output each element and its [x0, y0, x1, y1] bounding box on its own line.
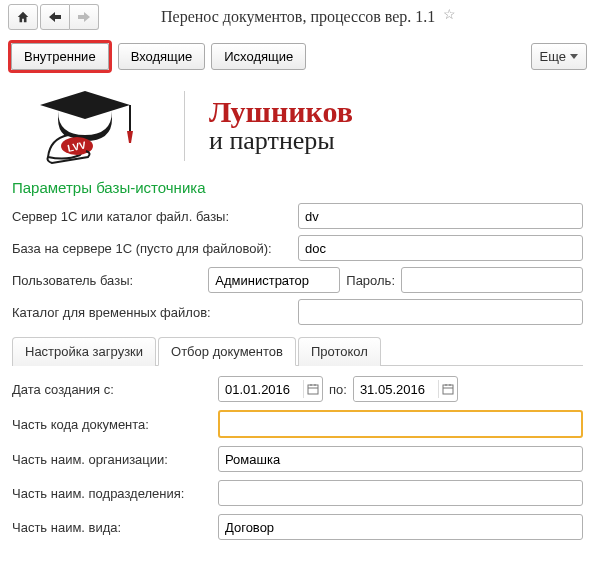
dept-input[interactable] [218, 480, 583, 506]
highlight-annotation: Внутренние [8, 40, 112, 73]
row-user: Пользователь базы: Пароль: [0, 264, 595, 296]
brand-text: Лушников и партнеры [209, 97, 353, 156]
row-server: Сервер 1С или каталог файл. базы: [0, 200, 595, 232]
date-from-field [218, 376, 323, 402]
dept-label: Часть наим. подразделения: [12, 486, 212, 501]
filter-panel: Дата создания с: по: Часть кода документ… [0, 366, 595, 554]
kind-label: Часть наим. вида: [12, 520, 212, 535]
row-date: Дата создания с: по: [12, 372, 583, 406]
server-label: Сервер 1С или каталог файл. базы: [12, 209, 292, 224]
pass-label: Пароль: [346, 273, 395, 288]
server-input[interactable] [298, 203, 583, 229]
favorite-icon[interactable]: ☆ [443, 6, 456, 22]
main-tabs: Внутренние Входящие Исходящие Еще [0, 34, 595, 79]
tab-internal[interactable]: Внутренние [11, 43, 109, 70]
back-button[interactable] [40, 4, 70, 30]
svg-rect-5 [308, 385, 318, 394]
tab-outgoing[interactable]: Исходящие [211, 43, 306, 70]
row-base: База на сервере 1С (пусто для файловой): [0, 232, 595, 264]
date-to-label: по: [329, 382, 347, 397]
home-button[interactable] [8, 4, 38, 30]
row-tmp: Каталог для временных файлов: [0, 296, 595, 328]
calendar-icon[interactable] [303, 380, 322, 398]
date-to-input[interactable] [354, 377, 438, 401]
svg-marker-2 [127, 131, 133, 143]
row-org: Часть наим. организации: [12, 442, 583, 476]
window-title: Перенос документов, процессов вер. 1.1 [161, 8, 435, 26]
nav-group [40, 4, 99, 30]
logo-icon: LVV [30, 83, 160, 169]
tmp-label: Каталог для временных файлов: [12, 305, 292, 320]
tab-incoming[interactable]: Входящие [118, 43, 206, 70]
calendar-icon[interactable] [438, 380, 457, 398]
pass-input[interactable] [401, 267, 583, 293]
doc-code-input[interactable] [218, 410, 583, 438]
sub-tabs: Настройка загрузки Отбор документов Прот… [12, 336, 583, 366]
subtab-protocol[interactable]: Протокол [298, 337, 381, 366]
date-from-input[interactable] [219, 377, 303, 401]
doc-code-label: Часть кода документа: [12, 417, 212, 432]
base-input[interactable] [298, 235, 583, 261]
window-toolbar: Перенос документов, процессов вер. 1.1 ☆ [0, 0, 595, 34]
chevron-down-icon [570, 54, 578, 59]
user-label: Пользователь базы: [12, 273, 202, 288]
more-label: Еще [540, 49, 566, 64]
row-doc-code: Часть кода документа: [12, 406, 583, 442]
tmp-input[interactable] [298, 299, 583, 325]
divider [184, 91, 185, 161]
subtab-doc-filter[interactable]: Отбор документов [158, 337, 296, 366]
org-label: Часть наим. организации: [12, 452, 212, 467]
row-kind: Часть наим. вида: [12, 510, 583, 544]
svg-rect-9 [443, 385, 453, 394]
brand-row: LVV Лушников и партнеры [0, 79, 595, 177]
subtab-load-settings[interactable]: Настройка загрузки [12, 337, 156, 366]
date-to-field [353, 376, 458, 402]
kind-input[interactable] [218, 514, 583, 540]
forward-button[interactable] [70, 4, 99, 30]
svg-marker-0 [40, 91, 130, 119]
brand-line1: Лушников [209, 97, 353, 127]
base-label: База на сервере 1С (пусто для файловой): [12, 241, 292, 256]
date-from-label: Дата создания с: [12, 382, 212, 397]
row-dept: Часть наим. подразделения: [12, 476, 583, 510]
section-title: Параметры базы-источника [0, 177, 595, 200]
user-input[interactable] [208, 267, 340, 293]
more-button[interactable]: Еще [531, 43, 587, 70]
brand-line2: и партнеры [209, 127, 353, 156]
org-input[interactable] [218, 446, 583, 472]
